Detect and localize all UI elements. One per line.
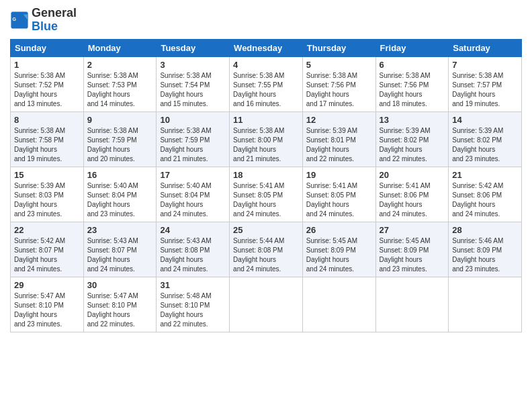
day-number: 13 (380, 115, 445, 125)
calendar-cell: 25 Sunrise: 5:44 AMSunset: 8:08 PMDaylig… (230, 222, 303, 277)
week-row-1: 1 Sunrise: 5:38 AMSunset: 7:52 PMDayligh… (11, 56, 522, 111)
day-info: Sunrise: 5:41 AMSunset: 8:06 PMDaylight … (380, 181, 445, 219)
day-info: Sunrise: 5:48 AMSunset: 8:10 PMDaylight … (160, 291, 226, 329)
day-info: Sunrise: 5:44 AMSunset: 8:08 PMDaylight … (233, 236, 299, 274)
calendar-cell: 1 Sunrise: 5:38 AMSunset: 7:52 PMDayligh… (11, 56, 84, 111)
week-row-2: 8 Sunrise: 5:38 AMSunset: 7:58 PMDayligh… (11, 111, 522, 167)
day-number: 30 (87, 280, 153, 290)
day-number: 14 (452, 115, 518, 125)
day-info: Sunrise: 5:38 AMSunset: 7:59 PMDaylight … (87, 126, 153, 164)
day-number: 15 (14, 170, 80, 180)
day-number: 22 (14, 225, 80, 235)
day-number: 27 (380, 225, 445, 235)
day-number: 7 (452, 60, 518, 70)
day-header-monday: Monday (83, 39, 157, 56)
calendar-cell: 29 Sunrise: 5:47 AMSunset: 8:10 PMDaylig… (11, 277, 84, 332)
day-info: Sunrise: 5:38 AMSunset: 8:00 PMDaylight … (233, 126, 299, 164)
calendar-cell: 31 Sunrise: 5:48 AMSunset: 8:10 PMDaylig… (157, 277, 230, 332)
calendar-cell: 16 Sunrise: 5:40 AMSunset: 8:04 PMDaylig… (83, 167, 157, 222)
day-number: 17 (160, 170, 226, 180)
day-info: Sunrise: 5:45 AMSunset: 8:09 PMDaylight … (306, 236, 372, 274)
day-info: Sunrise: 5:42 AMSunset: 8:06 PMDaylight … (452, 181, 518, 219)
calendar-cell: 15 Sunrise: 5:39 AMSunset: 8:03 PMDaylig… (11, 167, 84, 222)
calendar-cell: 12 Sunrise: 5:39 AMSunset: 8:01 PMDaylig… (302, 111, 375, 167)
day-info: Sunrise: 5:41 AMSunset: 8:05 PMDaylight … (233, 181, 299, 219)
calendar-cell: 8 Sunrise: 5:38 AMSunset: 7:58 PMDayligh… (11, 111, 84, 167)
day-header-wednesday: Wednesday (230, 39, 303, 56)
day-info: Sunrise: 5:40 AMSunset: 8:04 PMDaylight … (160, 181, 226, 219)
calendar-cell: 3 Sunrise: 5:38 AMSunset: 7:54 PMDayligh… (157, 56, 230, 111)
day-number: 8 (14, 115, 80, 125)
calendar-cell: 18 Sunrise: 5:41 AMSunset: 8:05 PMDaylig… (230, 167, 303, 222)
day-number: 23 (87, 225, 153, 235)
calendar-cell: 2 Sunrise: 5:38 AMSunset: 7:53 PMDayligh… (83, 56, 157, 111)
calendar-page: G General Blue SundayMondayTuesdayWednes… (0, 0, 532, 411)
day-info: Sunrise: 5:47 AMSunset: 8:10 PMDaylight … (87, 291, 153, 329)
day-number: 6 (380, 60, 445, 70)
week-row-3: 15 Sunrise: 5:39 AMSunset: 8:03 PMDaylig… (11, 167, 522, 222)
day-header-thursday: Thursday (302, 39, 375, 56)
day-info: Sunrise: 5:38 AMSunset: 7:54 PMDaylight … (160, 71, 226, 109)
calendar-cell: 14 Sunrise: 5:39 AMSunset: 8:02 PMDaylig… (449, 111, 522, 167)
day-number: 28 (452, 225, 518, 235)
svg-text:G: G (13, 17, 17, 21)
day-number: 18 (233, 170, 299, 180)
calendar-cell (375, 277, 449, 332)
day-header-tuesday: Tuesday (157, 39, 230, 56)
day-number: 1 (14, 60, 80, 70)
calendar-cell: 4 Sunrise: 5:38 AMSunset: 7:55 PMDayligh… (230, 56, 303, 111)
day-info: Sunrise: 5:38 AMSunset: 7:57 PMDaylight … (452, 71, 518, 109)
day-number: 16 (87, 170, 153, 180)
day-info: Sunrise: 5:39 AMSunset: 8:01 PMDaylight … (306, 126, 372, 164)
calendar-cell: 30 Sunrise: 5:47 AMSunset: 8:10 PMDaylig… (83, 277, 157, 332)
calendar-cell: 21 Sunrise: 5:42 AMSunset: 8:06 PMDaylig… (449, 167, 522, 222)
day-info: Sunrise: 5:39 AMSunset: 8:02 PMDaylight … (452, 126, 518, 164)
calendar-cell: 11 Sunrise: 5:38 AMSunset: 8:00 PMDaylig… (230, 111, 303, 167)
logo-text: General Blue (32, 7, 77, 34)
day-number: 3 (160, 60, 226, 70)
header-row: SundayMondayTuesdayWednesdayThursdayFrid… (11, 39, 522, 56)
calendar-cell: 7 Sunrise: 5:38 AMSunset: 7:57 PMDayligh… (449, 56, 522, 111)
day-info: Sunrise: 5:38 AMSunset: 7:55 PMDaylight … (233, 71, 299, 109)
day-info: Sunrise: 5:38 AMSunset: 7:53 PMDaylight … (87, 71, 153, 109)
day-info: Sunrise: 5:42 AMSunset: 8:07 PMDaylight … (14, 236, 80, 274)
calendar-cell: 17 Sunrise: 5:40 AMSunset: 8:04 PMDaylig… (157, 167, 230, 222)
day-info: Sunrise: 5:43 AMSunset: 8:08 PMDaylight … (160, 236, 226, 274)
calendar-cell: 13 Sunrise: 5:39 AMSunset: 8:02 PMDaylig… (375, 111, 449, 167)
day-header-sunday: Sunday (11, 39, 84, 56)
day-info: Sunrise: 5:41 AMSunset: 8:05 PMDaylight … (306, 181, 372, 219)
calendar-cell (302, 277, 375, 332)
day-info: Sunrise: 5:38 AMSunset: 7:52 PMDaylight … (14, 71, 80, 109)
calendar-cell: 28 Sunrise: 5:46 AMSunset: 8:09 PMDaylig… (449, 222, 522, 277)
calendar-cell: 19 Sunrise: 5:41 AMSunset: 8:05 PMDaylig… (302, 167, 375, 222)
day-info: Sunrise: 5:45 AMSunset: 8:09 PMDaylight … (380, 236, 445, 274)
day-number: 5 (306, 60, 372, 70)
calendar-cell: 26 Sunrise: 5:45 AMSunset: 8:09 PMDaylig… (302, 222, 375, 277)
calendar-cell: 22 Sunrise: 5:42 AMSunset: 8:07 PMDaylig… (11, 222, 84, 277)
calendar-cell: 23 Sunrise: 5:43 AMSunset: 8:07 PMDaylig… (83, 222, 157, 277)
calendar-cell: 9 Sunrise: 5:38 AMSunset: 7:59 PMDayligh… (83, 111, 157, 167)
day-number: 4 (233, 60, 299, 70)
day-header-friday: Friday (375, 39, 449, 56)
calendar-cell (449, 277, 522, 332)
day-info: Sunrise: 5:38 AMSunset: 7:56 PMDaylight … (306, 71, 372, 109)
day-info: Sunrise: 5:38 AMSunset: 7:56 PMDaylight … (380, 71, 445, 109)
day-number: 2 (87, 60, 153, 70)
calendar-cell: 10 Sunrise: 5:38 AMSunset: 7:59 PMDaylig… (157, 111, 230, 167)
day-number: 29 (14, 280, 80, 290)
calendar-cell (230, 277, 303, 332)
day-number: 25 (233, 225, 299, 235)
day-number: 10 (160, 115, 226, 125)
header: G General Blue (10, 7, 522, 34)
calendar-table: SundayMondayTuesdayWednesdayThursdayFrid… (10, 39, 522, 332)
calendar-cell: 20 Sunrise: 5:41 AMSunset: 8:06 PMDaylig… (375, 167, 449, 222)
day-info: Sunrise: 5:39 AMSunset: 8:02 PMDaylight … (380, 126, 445, 164)
calendar-cell: 6 Sunrise: 5:38 AMSunset: 7:56 PMDayligh… (375, 56, 449, 111)
day-info: Sunrise: 5:47 AMSunset: 8:10 PMDaylight … (14, 291, 80, 329)
day-info: Sunrise: 5:43 AMSunset: 8:07 PMDaylight … (87, 236, 153, 274)
day-number: 21 (452, 170, 518, 180)
calendar-cell: 5 Sunrise: 5:38 AMSunset: 7:56 PMDayligh… (302, 56, 375, 111)
logo-blue: Blue (32, 19, 58, 33)
day-number: 24 (160, 225, 226, 235)
week-row-5: 29 Sunrise: 5:47 AMSunset: 8:10 PMDaylig… (11, 277, 522, 332)
